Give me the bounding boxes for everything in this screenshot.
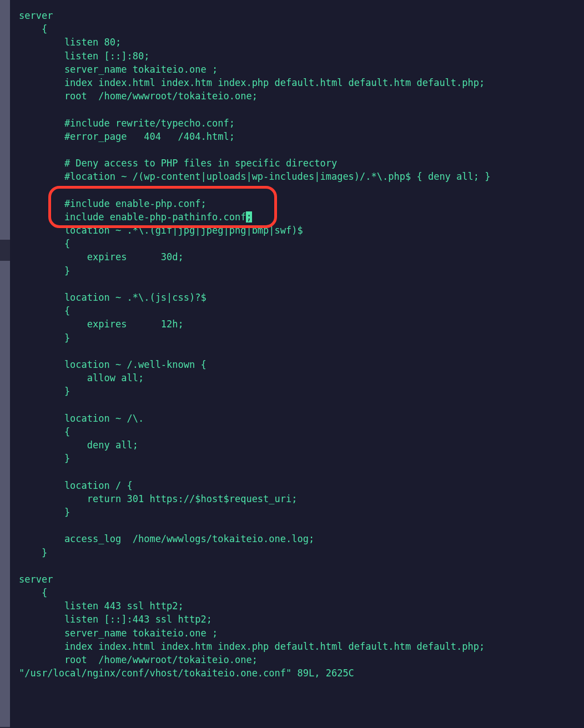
code-line: root /home/wwwroot/tokaiteio.one; [19, 89, 584, 103]
code-line: } [19, 385, 584, 398]
code-line: server_name tokaiteio.one ; [19, 626, 584, 640]
code-line: listen [::]:443 ssl http2; [19, 613, 584, 626]
code-line: location ~ .*\.(js|css)?$ [19, 291, 584, 304]
code-line [19, 143, 584, 156]
code-line: server_name tokaiteio.one ; [19, 63, 584, 76]
code-line [19, 559, 584, 573]
code-line [19, 183, 584, 196]
code-line: root /home/wwwroot/tokaiteio.one; [19, 653, 584, 666]
gutter-mark-1 [0, 0, 10, 240]
code-line: index index.html index.htm index.php def… [19, 76, 584, 89]
code-line: listen [::]:80; [19, 49, 584, 63]
code-line: location ~ /.well-known { [19, 358, 584, 371]
code-line: } [19, 264, 584, 277]
vim-status-line: "/usr/local/nginx/conf/vhost/tokaiteio.o… [19, 666, 584, 680]
code-line: access_log /home/wwwlogs/tokaiteio.one.l… [19, 532, 584, 545]
code-line: #include enable-php.conf; [19, 197, 584, 210]
code-line: } [19, 452, 584, 465]
code-line [19, 277, 584, 291]
gutter-mark-2 [0, 261, 10, 727]
code-line: # Deny access to PHP files in specific d… [19, 156, 584, 170]
code-line: server [19, 9, 584, 22]
code-line: expires 12h; [19, 317, 584, 331]
code-line: allow all; [19, 371, 584, 385]
code-editor-content[interactable]: server { listen 80; listen [::]:80; serv… [0, 0, 584, 680]
code-line: } [19, 331, 584, 345]
code-line: return 301 https://$host$request_uri; [19, 492, 584, 505]
code-line [19, 465, 584, 478]
code-line: listen 443 ssl http2; [19, 599, 584, 613]
text-cursor: ; [246, 211, 251, 223]
code-line: server [19, 573, 584, 586]
code-line: { [19, 237, 584, 250]
code-line [19, 345, 584, 358]
code-line: { [19, 304, 584, 317]
code-line: } [19, 546, 584, 559]
code-line: #error_page 404 /404.html; [19, 130, 584, 143]
code-line [19, 398, 584, 411]
code-line: #include rewrite/typecho.conf; [19, 117, 584, 130]
code-line: location ~ .*\.(gif|jpg|jpeg|png|bmp|swf… [19, 224, 584, 237]
code-line: location / { [19, 479, 584, 492]
editor-gutter [0, 0, 10, 728]
code-line: listen 80; [19, 36, 584, 49]
code-line: deny all; [19, 438, 584, 452]
code-line: index index.html index.htm index.php def… [19, 640, 584, 653]
code-line [19, 103, 584, 116]
code-line: #location ~ /(wp-content|uploads|wp-incl… [19, 170, 584, 183]
code-line: expires 30d; [19, 250, 584, 264]
code-line: { [19, 586, 584, 599]
code-line: { [19, 22, 584, 36]
code-line: } [19, 505, 584, 519]
code-line [19, 519, 584, 532]
code-line: location ~ /\. [19, 412, 584, 425]
code-line: include enable-php-pathinfo.conf; [19, 210, 584, 224]
code-line: { [19, 425, 584, 438]
